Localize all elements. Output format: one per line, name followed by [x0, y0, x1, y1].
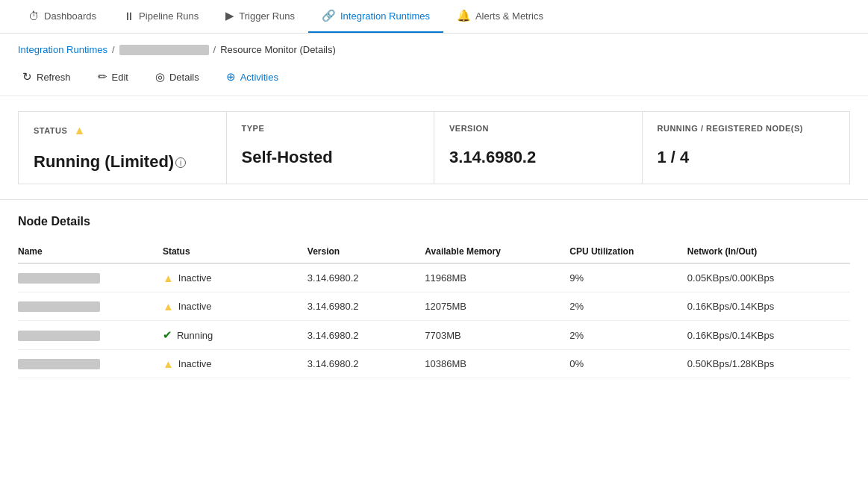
status-card-version-value: 3.14.6980.2 — [449, 148, 627, 167]
status-cards-container: STATUS ▲ Running (Limited)i TYPE Self-Ho… — [0, 96, 868, 200]
integration-runtimes-icon: 🔗 — [322, 9, 336, 22]
node-name-redacted — [18, 301, 100, 312]
node-status-cell: ▲ Inactive — [163, 293, 307, 321]
nav-dashboards-label: Dashboards — [44, 10, 96, 22]
table-row: ▲ Inactive 3.14.6980.212075MB2%0.16KBps/… — [18, 293, 850, 321]
node-name-cell — [18, 263, 163, 293]
status-card-type: TYPE Self-Hosted — [226, 111, 434, 184]
warning-icon: ▲ — [163, 300, 174, 313]
status-card-type-label: TYPE — [242, 124, 419, 133]
status-card-status-value: Running (Limited)i — [34, 152, 211, 172]
status-card-status-label: STATUS ▲ — [34, 124, 211, 137]
node-memory-cell: 10386MB — [425, 350, 569, 378]
node-cpu-cell: 9% — [569, 263, 687, 293]
node-name-redacted — [18, 331, 100, 341]
nav-alerts-metrics-label: Alerts & Metrics — [475, 10, 543, 22]
activities-button[interactable]: ⊕ Activities — [222, 67, 283, 87]
alerts-metrics-icon: 🔔 — [457, 9, 471, 22]
col-header-cpu: CPU Utilization — [569, 240, 687, 263]
breadcrumb-runtime-name — [119, 45, 209, 55]
details-icon: ◎ — [155, 70, 165, 84]
status-card-version-label: VERSION — [449, 124, 627, 133]
edit-label: Edit — [112, 72, 128, 83]
details-label: Details — [169, 72, 199, 83]
nav-trigger-runs[interactable]: ▶ Trigger Runs — [212, 0, 308, 33]
running-icon: ✔ — [163, 328, 172, 342]
node-name-cell — [18, 321, 163, 350]
node-memory-cell: 11968MB — [425, 263, 569, 293]
node-status-cell: ✔ Running — [163, 321, 307, 350]
node-version-cell: 3.14.6980.2 — [307, 321, 425, 350]
nav-trigger-runs-label: Trigger Runs — [239, 10, 295, 22]
col-header-name: Name — [18, 240, 163, 263]
node-network-cell: 0.50KBps/1.28KBps — [687, 350, 850, 378]
node-network-cell: 0.05KBps/0.00KBps — [687, 263, 850, 293]
refresh-icon: ↻ — [22, 70, 32, 84]
col-header-status: Status — [163, 240, 307, 263]
col-header-memory: Available Memory — [425, 240, 569, 263]
dashboards-icon: ⏱ — [28, 10, 40, 22]
trigger-runs-icon: ▶ — [225, 9, 234, 22]
status-card-nodes-label: RUNNING / REGISTERED NODE(S) — [658, 124, 835, 133]
top-navigation: ⏱ Dashboards ⏸ Pipeline Runs ▶ Trigger R… — [0, 0, 868, 34]
nav-pipeline-runs-label: Pipeline Runs — [139, 10, 199, 22]
status-card-nodes: RUNNING / REGISTERED NODE(S) 1 / 4 — [642, 111, 851, 184]
node-network-cell: 0.16KBps/0.14KBps — [687, 293, 850, 321]
node-version-cell: 3.14.6980.2 — [307, 263, 425, 293]
activities-icon: ⊕ — [226, 70, 236, 84]
node-name-cell — [18, 293, 163, 321]
status-card-nodes-value: 1 / 4 — [658, 148, 835, 167]
nav-dashboards[interactable]: ⏱ Dashboards — [15, 1, 110, 33]
node-name-redacted — [18, 359, 100, 369]
node-name-redacted — [18, 273, 100, 284]
status-card-type-value: Self-Hosted — [242, 148, 419, 167]
details-button[interactable]: ◎ Details — [151, 67, 204, 87]
breadcrumb-separator-2: / — [213, 44, 216, 55]
node-network-cell: 0.16KBps/0.14KBps — [687, 321, 850, 350]
warning-icon: ▲ — [163, 272, 174, 284]
node-status-text: Inactive — [178, 272, 212, 284]
node-status-cell: ▲ Inactive — [163, 263, 307, 293]
activities-label: Activities — [240, 72, 278, 83]
nav-pipeline-runs[interactable]: ⏸ Pipeline Runs — [110, 1, 212, 33]
warning-icon: ▲ — [163, 357, 174, 370]
node-details-section: Node Details Name Status Version Availab… — [0, 200, 868, 393]
breadcrumb-separator-1: / — [112, 44, 115, 55]
node-name-cell — [18, 350, 163, 378]
node-memory-cell: 12075MB — [425, 293, 569, 321]
node-details-title: Node Details — [18, 215, 850, 228]
nav-integration-runtimes[interactable]: 🔗 Integration Runtimes — [308, 0, 443, 33]
breadcrumb: Integration Runtimes / / Resource Monito… — [0, 34, 868, 61]
status-card-status: STATUS ▲ Running (Limited)i — [18, 111, 226, 184]
nav-integration-runtimes-label: Integration Runtimes — [340, 10, 430, 22]
breadcrumb-current-page: Resource Monitor (Details) — [220, 44, 336, 55]
refresh-button[interactable]: ↻ Refresh — [18, 67, 75, 87]
node-status-text: Running — [177, 330, 213, 341]
status-card-version: VERSION 3.14.6980.2 — [434, 111, 642, 184]
node-status-text: Inactive — [178, 301, 212, 312]
node-version-cell: 3.14.6980.2 — [307, 293, 425, 321]
node-version-cell: 3.14.6980.2 — [307, 350, 425, 378]
col-header-network: Network (In/Out) — [687, 240, 850, 263]
pipeline-runs-icon: ⏸ — [123, 10, 134, 22]
status-info-icon[interactable]: i — [175, 157, 186, 168]
node-cpu-cell: 2% — [569, 321, 687, 350]
edit-button[interactable]: ✏ Edit — [93, 67, 133, 87]
table-row: ▲ Inactive 3.14.6980.210386MB0%0.50KBps/… — [18, 350, 850, 378]
refresh-label: Refresh — [37, 72, 71, 83]
node-cpu-cell: 2% — [569, 293, 687, 321]
node-memory-cell: 7703MB — [425, 321, 569, 350]
col-header-version: Version — [307, 240, 425, 263]
node-status-cell: ▲ Inactive — [163, 350, 307, 378]
status-warning-icon: ▲ — [73, 124, 85, 137]
breadcrumb-link-integration-runtimes[interactable]: Integration Runtimes — [18, 44, 107, 55]
nav-alerts-metrics[interactable]: 🔔 Alerts & Metrics — [443, 0, 557, 33]
table-header-row: Name Status Version Available Memory CPU… — [18, 240, 850, 263]
table-row: ✔ Running 3.14.6980.27703MB2%0.16KBps/0.… — [18, 321, 850, 350]
table-row: ▲ Inactive 3.14.6980.211968MB9%0.05KBps/… — [18, 263, 850, 293]
toolbar: ↻ Refresh ✏ Edit ◎ Details ⊕ Activities — [0, 61, 868, 96]
node-status-text: Inactive — [178, 358, 212, 369]
edit-icon: ✏ — [98, 70, 107, 84]
node-cpu-cell: 0% — [569, 350, 687, 378]
node-details-table: Name Status Version Available Memory CPU… — [18, 240, 850, 378]
